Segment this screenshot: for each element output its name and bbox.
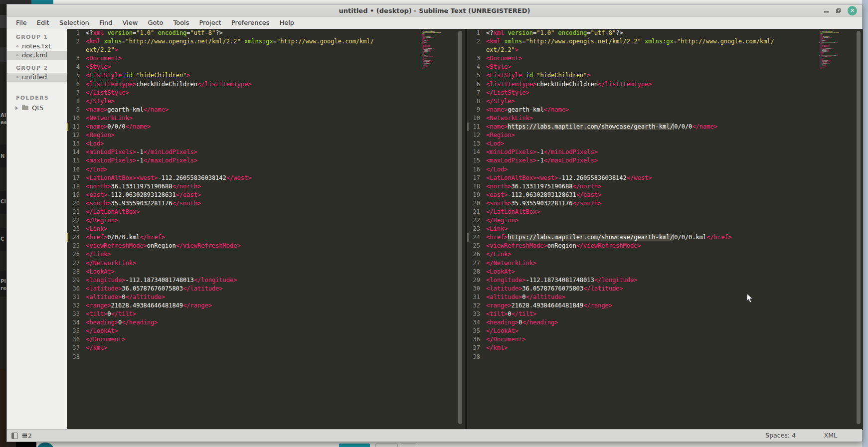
menu-item-selection[interactable]: Selection [54, 17, 94, 29]
restore-button[interactable] [836, 8, 841, 13]
code-line[interactable]: 35</LookAt> [67, 327, 465, 335]
code-line[interactable]: ext/2.2"> [67, 46, 465, 54]
code-line[interactable]: 1<?xml version="1.0" encoding="utf-8"?> [67, 29, 465, 37]
code-line[interactable]: 23<Link> [467, 225, 863, 233]
menu-item-help[interactable]: Help [274, 17, 299, 29]
code-line[interactable]: 14<minLodPixels>-1</minLodPixels> [467, 148, 863, 156]
code-line[interactable]: 26</Link> [67, 250, 465, 259]
code-line[interactable]: 20<south>35.93559032281176</south> [467, 199, 863, 208]
menu-item-tools[interactable]: Tools [168, 17, 194, 29]
code-line[interactable]: 2<kml xmlns="http://www.opengis.net/kml/… [67, 37, 465, 46]
code-line[interactable]: 29<longitude>-112.18734081748013</longit… [67, 276, 465, 285]
code-line[interactable]: 25<viewRefreshMode>onRegion</viewRefresh… [467, 242, 863, 250]
code-line[interactable]: 31<altitude>0</altitude> [467, 293, 863, 301]
scrollbar-right[interactable] [857, 31, 861, 424]
code-line[interactable]: 22</Region> [467, 216, 863, 225]
title-bar[interactable]: untitled • (desktop) - Sublime Text (UNR… [7, 4, 862, 17]
code-line[interactable]: 36</Document> [67, 335, 465, 344]
code-line[interactable]: 6<listItemType>checkHideChildren</listIt… [467, 80, 863, 89]
code-line[interactable]: 6<listItemType>checkHideChildren</listIt… [67, 80, 465, 89]
indent-status[interactable]: Spaces: 4 [765, 430, 796, 442]
code-line[interactable]: 34<heading>0</heading> [467, 318, 863, 327]
code-line[interactable]: 18<north>36.13311975190688</north> [67, 182, 465, 191]
code-line[interactable]: 17<LatLonAltBox><west>-112.2605583603814… [467, 174, 863, 182]
code-line[interactable]: 33<tilt>0</tilt> [467, 310, 863, 318]
menu-item-preferences[interactable]: Preferences [226, 17, 274, 29]
code-line[interactable]: 24<href>0/0/0.kml</href> [67, 233, 465, 242]
code-line[interactable]: 11<name>0/0/0</name> [67, 123, 465, 131]
sidebar-folder-qt5[interactable]: Qt5 [7, 104, 67, 113]
code-line[interactable]: 19<east>-112.06302893128631</east> [67, 191, 465, 199]
editor-pane-right[interactable]: 1<?xml version="1.0" encoding="utf-8"?>2… [467, 29, 863, 430]
code-line[interactable]: 38 [67, 353, 465, 361]
code-line[interactable]: 13<Lod> [467, 140, 863, 148]
code-line[interactable]: 38 [467, 353, 863, 361]
code-line[interactable]: 5<ListStyle id="hideChildren"> [467, 71, 863, 80]
scrollbar-left[interactable] [458, 31, 462, 424]
code-line[interactable]: 20<south>35.93559032281176</south> [67, 199, 465, 208]
code-line[interactable]: 4<Style> [67, 63, 465, 71]
code-line[interactable]: 10<NetworkLink> [467, 114, 863, 123]
code-line[interactable]: 34<heading>0</heading> [67, 318, 465, 327]
code-line[interactable]: 11<name>https://labs.maptiler.com/showca… [467, 123, 863, 131]
code-line[interactable]: 29<longitude>-112.18734081748013</longit… [467, 276, 863, 285]
code-line[interactable]: 21</LatLonAltBox> [67, 208, 465, 216]
code-line[interactable]: ext/2.2"> [467, 46, 863, 54]
code-line[interactable]: 36</Document> [467, 335, 863, 344]
menu-item-project[interactable]: Project [194, 17, 226, 29]
sidebar-file-untitled[interactable]: untitled [7, 73, 67, 82]
menu-item-file[interactable]: File [11, 17, 32, 29]
code-line[interactable]: 15<maxLodPixels>-1</maxLodPixels> [67, 156, 465, 165]
code-line[interactable]: 8</Style> [67, 97, 465, 106]
close-button[interactable]: ✕ [848, 6, 857, 15]
code-line[interactable]: 28<LookAt> [67, 268, 465, 276]
code-line[interactable]: 9<name>gearth-kml</name> [67, 106, 465, 114]
code-line[interactable]: 27</NetworkLink> [67, 259, 465, 268]
code-line[interactable]: 7</ListStyle> [467, 89, 863, 97]
expand-arrow-icon[interactable] [15, 106, 18, 110]
code-line[interactable]: 35</LookAt> [467, 327, 863, 335]
code-line[interactable]: 30<latitude>36.05787676075803</latitude> [467, 285, 863, 293]
code-line[interactable]: 10<NetworkLink> [67, 114, 465, 123]
code-line[interactable]: 13<Lod> [67, 140, 465, 148]
minimap-right[interactable] [819, 30, 839, 75]
code-line[interactable]: 18<north>36.13311975190688</north> [467, 182, 863, 191]
code-line[interactable]: 28<LookAt> [467, 268, 863, 276]
code-line[interactable]: 14<minLodPixels>-1</minLodPixels> [67, 148, 465, 156]
menu-item-edit[interactable]: Edit [32, 17, 54, 29]
code-line[interactable]: 22</Region> [67, 216, 465, 225]
code-line[interactable]: 1<?xml version="1.0" encoding="utf-8"?> [467, 29, 863, 37]
code-line[interactable]: 24<href>https://labs.maptiler.com/showca… [467, 233, 863, 242]
code-line[interactable]: 33<tilt>0</tilt> [67, 310, 465, 318]
menu-item-view[interactable]: View [118, 17, 143, 29]
sidebar-toggle-icon[interactable] [11, 433, 18, 439]
code-line[interactable]: 12<Region> [467, 131, 863, 140]
code-line[interactable]: 3<Document> [67, 54, 465, 63]
code-line[interactable]: 30<latitude>36.05787676075803</latitude> [67, 285, 465, 293]
menu-item-goto[interactable]: Goto [143, 17, 168, 29]
code-line[interactable]: 16</Lod> [467, 165, 863, 174]
code-line[interactable]: 32<range>21628.49384646481849</range> [67, 301, 465, 310]
code-line[interactable]: 31<altitude>0</altitude> [67, 293, 465, 301]
code-line[interactable]: 37</kml> [467, 344, 863, 352]
code-line[interactable]: 15<maxLodPixels>-1</maxLodPixels> [467, 156, 863, 165]
minimap-left[interactable] [421, 30, 441, 75]
code-line[interactable]: 27</NetworkLink> [467, 259, 863, 268]
menu-item-find[interactable]: Find [94, 17, 118, 29]
code-line[interactable]: 8</Style> [467, 97, 863, 106]
sidebar-file-doc-kml[interactable]: doc.kml [7, 51, 67, 60]
code-line[interactable]: 4<Style> [467, 63, 863, 71]
code-line[interactable]: 7</ListStyle> [67, 89, 465, 97]
code-line[interactable]: 16</Lod> [67, 165, 465, 174]
code-line[interactable]: 21</LatLonAltBox> [467, 208, 863, 216]
code-line[interactable]: 2<kml xmlns="http://www.opengis.net/kml/… [467, 37, 863, 46]
code-line[interactable]: 19<east>-112.06302893128631</east> [467, 191, 863, 199]
code-line[interactable]: 23<Link> [67, 225, 465, 233]
code-line[interactable]: 3<Document> [467, 54, 863, 63]
code-line[interactable]: 9<name>gearth-kml</name> [467, 106, 863, 114]
code-line[interactable]: 12<Region> [67, 131, 465, 140]
code-line[interactable]: 5<ListStyle id="hideChildren"> [67, 71, 465, 80]
code-line[interactable]: 37</kml> [67, 344, 465, 352]
code-line[interactable]: 26</Link> [467, 250, 863, 259]
group-layout-indicator[interactable]: 2 [22, 432, 32, 440]
